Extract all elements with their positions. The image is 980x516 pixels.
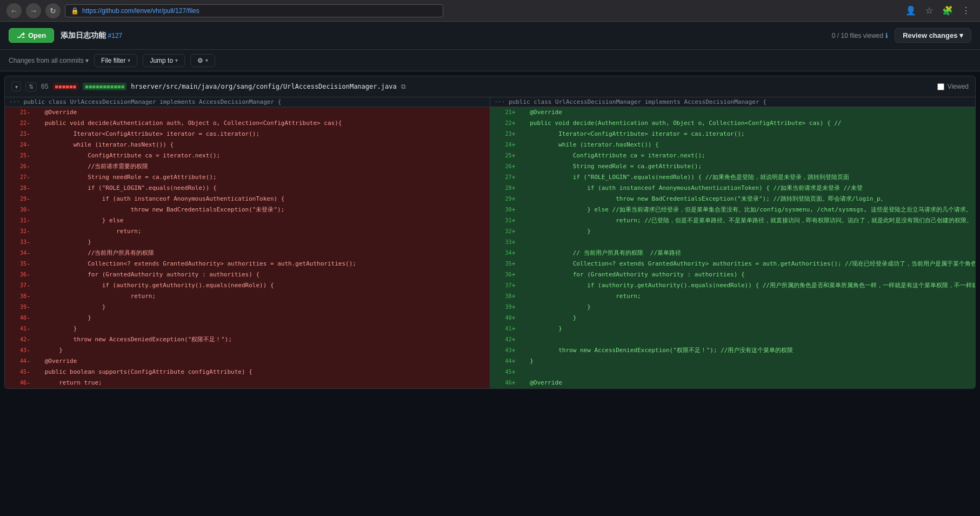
line-number: 29	[5, 194, 26, 204]
profile-icon[interactable]: 👤	[903, 3, 918, 18]
diff-operator: -	[26, 150, 30, 161]
line-number: 45	[5, 367, 26, 378]
table-row: 30- throw new BadCredentialsException("未…	[5, 204, 490, 215]
line-number: 26	[490, 161, 512, 172]
table-row: 26+ String needRole = ca.getAttribute();	[490, 161, 976, 172]
diff-operator: -	[26, 237, 30, 248]
diff-operator: -	[26, 323, 30, 334]
files-viewed-counter: 0 / 10 files viewed ℹ	[832, 32, 888, 39]
file-filter-caret: ▾	[128, 57, 130, 63]
table-row: 43- }	[5, 345, 490, 356]
code-content: return;	[30, 291, 489, 302]
split-diff: 21- @Override22- public void decide(Auth…	[5, 107, 975, 388]
code-content: }	[30, 323, 489, 334]
line-number: 31	[490, 215, 512, 226]
code-content: } else	[30, 215, 489, 226]
line-number: 28	[490, 183, 512, 194]
diff-operator: +	[512, 345, 516, 356]
line-number: 25	[490, 150, 512, 161]
table-row: 29- if (auth instanceof AnonymousAuthent…	[5, 194, 490, 204]
address-bar[interactable]: 🔒 https://github.com/lenve/vhr/pull/127/…	[65, 4, 443, 17]
jump-to-label: Jump to	[150, 57, 173, 64]
line-number: 40	[5, 313, 26, 323]
back-button[interactable]: ←	[6, 3, 22, 18]
diff-operator: -	[26, 259, 30, 269]
code-content: Collection<? extends GrantedAuthority> a…	[30, 259, 489, 269]
table-row: 28+ if (auth instanceof AnonymousAuthent…	[490, 183, 976, 194]
diff-expand-button[interactable]: ⇅	[25, 82, 37, 91]
diff-operator: +	[512, 280, 516, 291]
code-content: }	[516, 356, 975, 367]
code-content: }	[30, 345, 489, 356]
file-path: hrserver/src/main/java/org/sang/config/U…	[131, 83, 396, 90]
line-number: 41	[5, 323, 26, 334]
extensions-icon[interactable]: 🧩	[940, 3, 955, 18]
file-filter-button[interactable]: File filter ▾	[94, 54, 137, 67]
code-content: //当前请求需要的权限	[30, 161, 489, 172]
diff-operator: +	[512, 150, 516, 161]
table-row: 35- Collection<? extends GrantedAuthorit…	[5, 259, 490, 269]
diff-operator: +	[512, 107, 516, 118]
diff-removed-indicator: ■■■■■■	[52, 83, 78, 90]
right-context: ··· public class UrlAccessDecisionManage…	[490, 97, 976, 107]
table-row: 42+	[490, 334, 976, 345]
table-row: 45+	[490, 367, 976, 378]
jump-to-button[interactable]: Jump to ▾	[143, 54, 185, 67]
table-row: 22+ public void decide(Authentication au…	[490, 118, 976, 129]
line-number: 33	[490, 237, 512, 248]
code-content: if (auth instanceof AnonymousAuthenticat…	[30, 194, 489, 204]
table-row: 44- @Override	[5, 356, 490, 367]
viewed-label[interactable]: Viewed	[937, 83, 969, 90]
diff-operator: -	[26, 291, 30, 302]
line-number: 43	[490, 345, 512, 356]
review-changes-button[interactable]: Review changes ▾	[895, 28, 971, 43]
diff-wrapper: ··· public class UrlAccessDecisionManage…	[4, 97, 976, 389]
diff-operator: -	[26, 183, 30, 194]
refresh-button[interactable]: ↻	[45, 3, 61, 18]
table-row: 30+ } else //如果当前请求已经登录，但是菜单集合里没有。比如/con…	[490, 204, 976, 215]
table-row: 32+ }	[490, 226, 976, 237]
diff-operator: +	[512, 313, 516, 323]
code-content: for (GrantedAuthority authority : author…	[30, 269, 489, 280]
code-content: Iterator<ConfigAttribute> iterator = cas…	[30, 129, 489, 140]
file-collapse-button[interactable]: ▾	[11, 82, 21, 91]
table-row: 34- //当前用户所具有的权限	[5, 248, 490, 259]
viewed-checkbox[interactable]	[937, 83, 944, 90]
open-button[interactable]: Open	[9, 28, 54, 43]
line-number: 38	[5, 291, 26, 302]
code-content: if (authority.getAuthority().equals(need…	[516, 280, 975, 291]
pr-title: 添加日志功能	[61, 31, 106, 39]
settings-button[interactable]: ⚙ ▾	[190, 54, 215, 67]
table-row: 46+ @Override	[490, 378, 976, 388]
gear-icon: ⚙	[197, 57, 203, 64]
line-number: 36	[5, 269, 26, 280]
pr-number: #127	[108, 32, 123, 39]
line-number: 33	[5, 237, 26, 248]
diff-operator: +	[512, 302, 516, 313]
table-row: 35+ Collection<? extends GrantedAuthorit…	[490, 259, 976, 269]
code-content: }	[516, 323, 975, 334]
menu-icon[interactable]: ⋮	[958, 3, 974, 18]
code-content	[516, 334, 975, 345]
line-number: 46	[5, 378, 26, 388]
bookmark-icon[interactable]: ☆	[922, 3, 937, 18]
table-row: 40- }	[5, 313, 490, 323]
line-number: 42	[490, 334, 512, 345]
line-number: 29	[490, 194, 512, 204]
line-number: 25	[5, 150, 26, 161]
diff-operator: +	[512, 194, 516, 204]
code-content: ConfigAttribute ca = iterator.next();	[516, 150, 975, 161]
code-content: return; //已登陆，但是不是菜单路径。不是菜单路径，就直接访问，即有权限…	[516, 215, 975, 226]
table-row: 22- public void decide(Authentication au…	[5, 118, 490, 129]
open-label: Open	[28, 31, 46, 39]
copy-path-icon[interactable]: ⧉	[401, 83, 406, 90]
line-number: 38	[490, 291, 512, 302]
table-row: 38+ return;	[490, 291, 976, 302]
pr-toolbar: Open 添加日志功能 #127 0 / 10 files viewed ℹ R…	[0, 22, 980, 50]
line-number: 42	[5, 334, 26, 345]
browser-actions: 👤 ☆ 🧩 ⋮	[903, 3, 974, 18]
code-content: @Override	[30, 356, 489, 367]
forward-button[interactable]: →	[26, 3, 41, 18]
code-content: }	[516, 313, 975, 323]
table-row: 36+ for (GrantedAuthority authority : au…	[490, 269, 976, 280]
